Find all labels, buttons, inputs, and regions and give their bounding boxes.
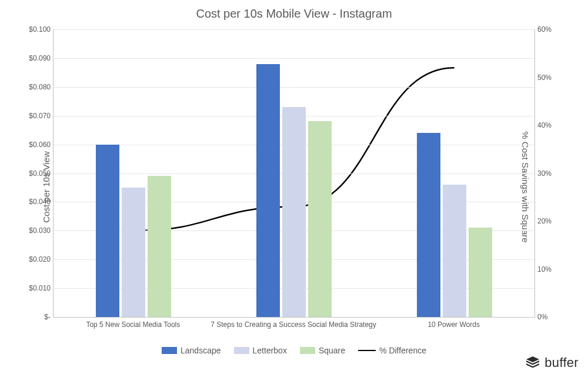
x-category-label: 7 Steps to Creating a Success Social Med… <box>211 320 376 329</box>
y1-tick-label: $0.060 <box>21 141 51 149</box>
y1-tick-label: $0.050 <box>21 169 51 178</box>
legend-item-square: Square <box>300 346 345 355</box>
bar-landscape <box>417 133 440 317</box>
chart-root: Cost per 10s Mobile View - Instagram Cos… <box>0 0 588 374</box>
bar-landscape <box>256 64 280 317</box>
brand-text: buffer <box>544 355 579 370</box>
y2-tick-label: 60% <box>537 25 561 34</box>
y1-tick-label: $0.040 <box>21 198 51 206</box>
bar-square <box>308 121 332 317</box>
y2-tick-label: 40% <box>537 121 561 129</box>
gridline <box>54 58 534 59</box>
y2-tick-label: 20% <box>537 217 561 225</box>
buffer-icon <box>526 356 540 370</box>
plot-area <box>53 29 535 318</box>
legend-item-pct-difference: % Difference <box>358 346 426 355</box>
y1-tick-label: $0.030 <box>21 226 51 235</box>
y2-tick-label: 10% <box>537 265 561 273</box>
legend-item-landscape: Landscape <box>162 346 221 355</box>
y1-tick-label: $0.090 <box>21 54 51 62</box>
legend-line-icon <box>358 350 376 351</box>
bar-landscape <box>96 145 119 317</box>
y1-tick-label: $0.070 <box>21 112 51 120</box>
chart-title: Cost per 10s Mobile View - Instagram <box>0 7 588 21</box>
bar-letterbox <box>122 188 145 317</box>
gridline <box>54 87 534 88</box>
bar-letterbox <box>443 185 466 317</box>
y1-tick-label: $- <box>21 313 51 321</box>
legend-swatch-letterbox <box>234 347 249 354</box>
brand-logo: buffer <box>526 355 579 370</box>
bar-square <box>469 228 492 317</box>
legend-label-letterbox: Letterbox <box>253 346 287 355</box>
legend-label-landscape: Landscape <box>181 346 221 355</box>
legend-label-pct-difference: % Difference <box>379 346 426 355</box>
legend-swatch-square <box>300 347 315 354</box>
legend-swatch-landscape <box>162 347 177 354</box>
bar-square <box>148 176 171 317</box>
y1-tick-label: $0.080 <box>21 83 51 91</box>
legend-item-letterbox: Letterbox <box>234 346 287 355</box>
y1-tick-label: $0.010 <box>21 284 51 292</box>
gridline <box>54 29 534 30</box>
y1-tick-label: $0.020 <box>21 255 51 263</box>
legend-label-square: Square <box>319 346 345 355</box>
x-category-label: Top 5 New Social Media Tools <box>86 320 180 329</box>
y1-axis-label: Cost per 10s View <box>41 151 51 222</box>
legend: Landscape Letterbox Square % Difference <box>0 346 588 355</box>
y1-tick-label: $0.100 <box>21 25 51 34</box>
y2-tick-label: 30% <box>537 169 561 178</box>
y2-tick-label: 0% <box>537 313 561 321</box>
y2-tick-label: 50% <box>537 74 561 82</box>
x-category-label: 10 Power Words <box>427 320 479 329</box>
bar-letterbox <box>282 107 306 317</box>
